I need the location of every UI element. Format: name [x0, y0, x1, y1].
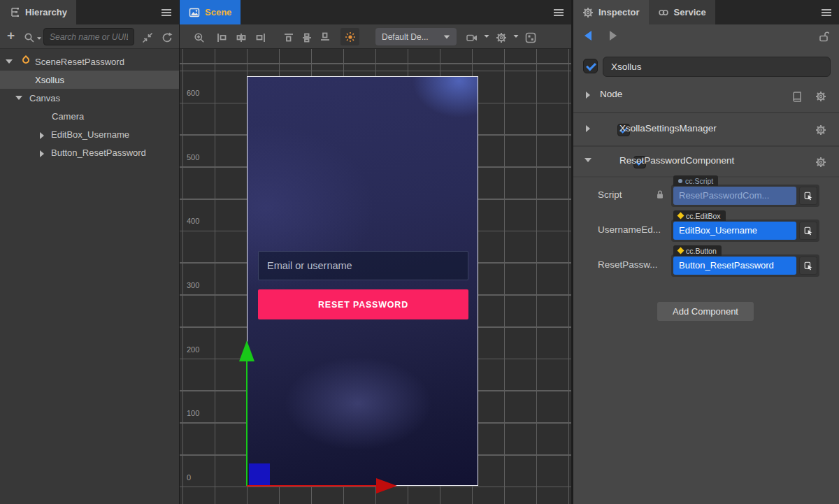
caret-right-icon[interactable] — [40, 150, 44, 157]
ruler-label: 100 — [187, 409, 199, 417]
scene-flame-icon — [21, 55, 31, 65]
tab-hierarchy[interactable]: Hierarchy — [0, 0, 76, 24]
type-tag: cc.EditBox — [673, 210, 726, 221]
scene-toolbar: Default De... — [180, 24, 571, 49]
caret-right-icon[interactable] — [40, 132, 44, 139]
tab-scene[interactable]: Scene — [180, 0, 241, 24]
scene-settings-button[interactable] — [496, 31, 507, 43]
align-left-icon[interactable] — [216, 31, 227, 43]
node-name-input[interactable] — [603, 57, 831, 77]
hamburger-icon — [822, 8, 831, 17]
refresh-icon[interactable] — [162, 31, 173, 43]
cocos-creator-editor: Hierarchy + SceneResetPassword Xsollus — [0, 0, 839, 504]
divider — [573, 112, 839, 113]
caret-down-icon[interactable] — [585, 158, 591, 162]
tree-item-label: Canvas — [29, 93, 60, 103]
reference-pick-button[interactable] — [799, 222, 817, 240]
tab-inspector[interactable]: Inspector — [573, 0, 649, 24]
ruler-label: 400 — [187, 217, 199, 225]
chevron-down-icon[interactable] — [514, 35, 519, 38]
chevron-down-icon — [444, 35, 450, 38]
caret-right-icon[interactable] — [586, 125, 590, 132]
scene-panel: Scene Default De... 600 — [179, 0, 572, 504]
zoom-icon[interactable] — [194, 31, 205, 43]
hierarchy-tab-label: Hierarchy — [25, 7, 67, 17]
type-tag: cc.Button — [673, 245, 722, 256]
node-active-checkbox[interactable] — [583, 59, 598, 73]
tree-item-xsollus[interactable]: Xsollus — [0, 71, 179, 89]
scene-image-icon — [189, 7, 200, 18]
align-horizontal-center-icon[interactable] — [236, 31, 247, 43]
username-editbox-reference-group: cc.EditBox EditBox_Username — [671, 219, 819, 242]
gizmo-y-axis[interactable] — [246, 361, 248, 486]
hierarchy-toolbar: + — [0, 24, 179, 49]
tree-item-camera[interactable]: Camera — [0, 107, 179, 125]
tree-item-label: Button_ResetPassword — [51, 147, 146, 158]
tab-service[interactable]: Service — [649, 0, 715, 24]
search-input[interactable] — [43, 28, 134, 45]
device-resolution-dropdown[interactable]: Default De... — [375, 28, 457, 45]
script-reference-field[interactable]: ResetPasswordCom... — [673, 187, 796, 205]
search-filter-button[interactable] — [24, 31, 43, 43]
username-editbox-reference-field[interactable]: EditBox_Username — [673, 222, 796, 240]
add-component-button[interactable]: Add Component — [657, 302, 754, 321]
hierarchy-menu-icon[interactable] — [154, 0, 179, 24]
caret-down-icon[interactable] — [15, 96, 22, 100]
hierarchy-tree: SceneResetPassword Xsollus Canvas Camera… — [0, 50, 179, 504]
scene-viewport[interactable]: 600 500 400 300 200 100 0 RESET PASSWORD — [180, 49, 571, 504]
align-top-icon[interactable] — [283, 31, 294, 43]
tree-item-scene-root[interactable]: SceneResetPassword — [0, 52, 179, 71]
scene-tab-spacer — [241, 0, 546, 24]
unlock-icon[interactable] — [818, 29, 829, 42]
design-canvas-preview[interactable]: RESET PASSWORD — [247, 76, 478, 486]
reset-button-reference-field[interactable]: Button_ResetPassword — [673, 257, 796, 275]
camera-view-button[interactable] — [466, 31, 478, 43]
caret-right-icon[interactable] — [586, 92, 590, 99]
script-reference-group: cc.Script ResetPasswordCom... — [671, 185, 819, 207]
search-icon — [24, 32, 35, 43]
align-vertical-center-icon[interactable] — [301, 31, 313, 43]
gear-icon[interactable] — [815, 155, 826, 168]
component-header-label: XsollaSettingsManager — [619, 123, 717, 134]
history-forward-icon[interactable] — [610, 31, 617, 41]
gear-icon[interactable] — [815, 123, 826, 136]
gear-icon[interactable] — [815, 89, 826, 102]
create-node-button[interactable]: + — [7, 30, 15, 41]
ruler-label: 500 — [187, 153, 199, 161]
hierarchy-tab-strip: Hierarchy — [0, 0, 179, 24]
inspector-tab-spacer — [715, 0, 814, 24]
email-username-field[interactable] — [258, 251, 468, 280]
collapse-all-icon[interactable] — [142, 31, 153, 43]
gizmo-y-arrow-icon[interactable] — [239, 340, 254, 361]
hierarchy-tab-spacer — [76, 0, 154, 24]
gizmo-origin-handle[interactable] — [249, 463, 270, 485]
reference-pick-button[interactable] — [799, 257, 817, 275]
chevron-down-icon[interactable] — [485, 35, 489, 38]
align-bottom-icon[interactable] — [320, 31, 331, 43]
component-header-label: ResetPasswordComponent — [619, 155, 734, 166]
gizmo-x-arrow-icon[interactable] — [376, 478, 397, 494]
caret-down-icon[interactable] — [6, 59, 13, 64]
hierarchy-icon — [9, 7, 20, 18]
tree-item-canvas[interactable]: Canvas — [0, 89, 179, 107]
reset-password-button[interactable]: RESET PASSWORD — [258, 289, 468, 319]
book-icon[interactable] — [791, 89, 803, 102]
gizmo-light-toggle[interactable] — [340, 28, 359, 45]
scene-tab-strip: Scene — [180, 0, 571, 24]
align-right-icon[interactable] — [255, 31, 266, 43]
inspector-menu-icon[interactable] — [814, 0, 839, 24]
inspector-tab-label: Inspector — [598, 7, 640, 17]
reset-button-reference-group: cc.Button Button_ResetPassword — [671, 254, 819, 277]
tree-item-editbox-username[interactable]: EditBox_Username — [0, 125, 179, 143]
script-type-dot-icon — [678, 179, 682, 183]
history-back-icon[interactable] — [585, 31, 591, 41]
tree-item-label: SceneResetPassword — [35, 57, 124, 67]
reference-pick-button[interactable] — [799, 187, 817, 205]
gizmo-x-axis[interactable] — [247, 485, 377, 487]
snap-grid-button[interactable] — [525, 31, 536, 43]
property-label: UsernameEd... — [598, 224, 661, 235]
scene-menu-icon[interactable] — [546, 0, 571, 24]
lock-icon — [655, 187, 665, 200]
node-section-label: Node — [600, 89, 622, 99]
tree-item-button-resetpassword[interactable]: Button_ResetPassword — [0, 143, 179, 161]
